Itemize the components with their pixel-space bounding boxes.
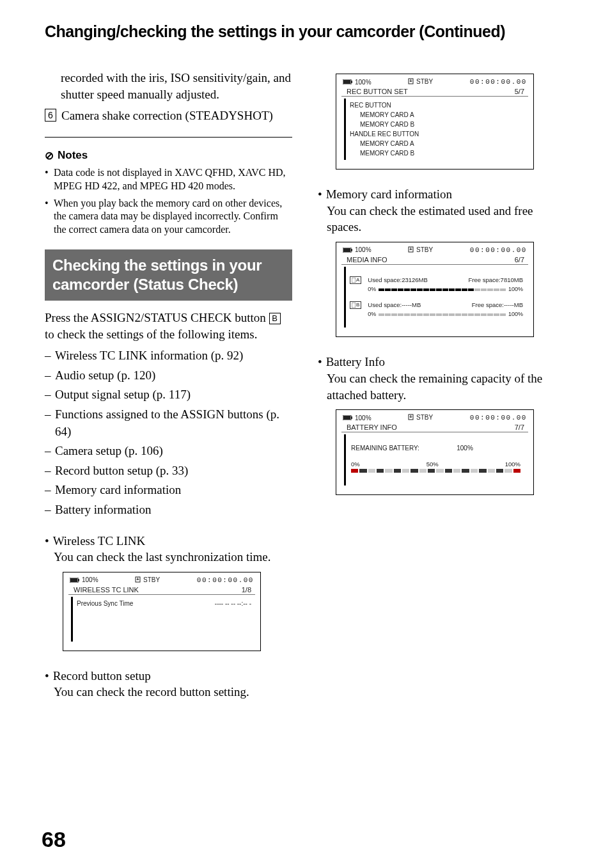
lcd-rec-flag: STBY xyxy=(135,576,160,584)
lcd-battery-status: 100% xyxy=(70,576,98,584)
svg-rect-7 xyxy=(351,81,352,83)
battery-info-title: Battery Info xyxy=(326,354,385,370)
lcd-page-indicator: 6/7 xyxy=(515,256,524,264)
sd-icon xyxy=(352,303,356,308)
card-icon xyxy=(408,414,414,420)
media-slot-a: A Used space:23126MB Free space:7810MB 0… xyxy=(350,276,523,294)
remaining-battery-label: REMAINING BATTERY: xyxy=(351,445,419,452)
memory-card-info-desc: You can check the estimated used and fre… xyxy=(327,203,565,235)
button-b-box: B xyxy=(269,313,281,324)
wireless-tc-link-block: •Wireless TC LINK You can check the last… xyxy=(45,533,292,565)
list-item: Functions assigned to the ASSIGN buttons… xyxy=(45,406,292,440)
bullet: • xyxy=(45,533,49,549)
slot-b-icon: B xyxy=(350,301,361,309)
item-6-text: Camera shake correction (STEADYSHOT) xyxy=(61,107,273,124)
notes-label: Notes xyxy=(58,149,88,162)
lcd-body: Previous Sync Time ---- -- -- --:-- - xyxy=(71,597,254,642)
pct-0: 0% xyxy=(368,285,376,294)
intro-text-b: to check the settings of the following i… xyxy=(45,327,257,341)
usage-bar-a xyxy=(379,288,506,291)
lcd-body: REC BUTTON MEMORY CARD A MEMORY CARD B H… xyxy=(344,99,527,160)
prev-sync-time-label: Previous Sync Time xyxy=(77,599,133,608)
slot-a-used: Used space:23126MB xyxy=(368,276,427,285)
notes-heading: ⊘ Notes xyxy=(45,149,292,162)
list-item: Camera setup (p. 106) xyxy=(45,443,292,460)
battery-icon xyxy=(343,415,353,420)
battery-icon xyxy=(343,248,353,253)
pct-0: 0% xyxy=(368,310,376,319)
memory-card-info-title: Memory card information xyxy=(326,186,452,203)
svg-marker-16 xyxy=(352,303,356,308)
lcd-battery-info: 100% STBY 00:00:00.00 BATTERY INFO 7/7 R… xyxy=(336,409,534,495)
scale-50: 50% xyxy=(426,461,439,468)
battery-info-desc: You can check the remaining capacity of … xyxy=(327,370,565,403)
scale-100: 100% xyxy=(505,461,520,468)
lcd-rec-flag: STBY xyxy=(408,246,433,254)
sd-icon xyxy=(352,278,356,283)
status-check-list: Wireless TC LINK information (p. 92) Aud… xyxy=(45,347,292,518)
battery-icon xyxy=(343,79,353,84)
left-column: recorded with the iris, ISO sensitivity/… xyxy=(45,70,292,700)
right-column: 100% STBY 00:00:00.00 REC BUTTON SET 5/7… xyxy=(318,70,565,700)
lcd-battery-pct: 100% xyxy=(355,414,371,422)
bullet: • xyxy=(318,186,322,203)
svg-rect-6 xyxy=(343,80,350,84)
pct-100: 100% xyxy=(508,285,523,294)
memory-card-a: MEMORY CARD A xyxy=(350,110,524,120)
record-button-setup-desc: You can check the record button setting. xyxy=(54,684,292,700)
svg-rect-18 xyxy=(343,416,350,420)
lcd-timecode: 00:00:00.00 xyxy=(197,576,254,584)
memory-card-a: MEMORY CARD A xyxy=(350,139,524,148)
slot-a-label: A xyxy=(356,277,359,283)
remaining-battery-value: 100% xyxy=(457,445,473,452)
item-6: 6 Camera shake correction (STEADYSHOT) xyxy=(45,107,292,124)
lcd-page-indicator: 7/7 xyxy=(515,423,524,431)
list-item: Record button setup (p. 33) xyxy=(45,462,292,480)
lcd-screen-title: BATTERY INFO xyxy=(347,423,397,431)
scale-0: 0% xyxy=(351,461,360,468)
lcd-media-info: 100% STBY 00:00:00.00 MEDIA INFO 6/7 A xyxy=(336,242,534,338)
svg-rect-2 xyxy=(78,579,79,581)
lcd-rec-flag: STBY xyxy=(408,414,433,422)
lcd-timecode: 00:00:00.00 xyxy=(470,414,527,422)
lcd-stby-label: STBY xyxy=(416,414,433,421)
lcd-screen-title: WIRELESS TC LINK xyxy=(74,586,139,594)
battery-bar xyxy=(351,469,520,473)
slot-b-label: B xyxy=(356,302,359,308)
card-icon xyxy=(135,576,141,583)
list-item: Audio setup (p. 120) xyxy=(45,367,292,384)
notes-list: Data code is not displayed in XAVC QFHD,… xyxy=(45,166,292,237)
lcd-battery-status: 100% xyxy=(343,78,371,86)
bullet: • xyxy=(318,354,322,370)
card-icon xyxy=(408,78,414,84)
lcd-battery-pct: 100% xyxy=(355,79,371,86)
slot-b-free: Free space:-----MB xyxy=(472,301,523,310)
prev-sync-time-value: ---- -- -- --:-- - xyxy=(215,599,251,608)
section-heading-status-check: Checking the settings in your camcorder … xyxy=(45,249,292,301)
battery-info-block: •Battery Info You can check the remainin… xyxy=(318,354,565,403)
page-number: 68 xyxy=(42,827,66,852)
slot-b-used: Used space:-----MB xyxy=(368,301,421,310)
card-icon xyxy=(408,246,414,253)
list-item: Memory card information xyxy=(45,482,292,499)
lcd-battery-pct: 100% xyxy=(355,246,371,253)
intro-text-a: Press the ASSIGN2/STATUS CHECK button xyxy=(45,311,269,324)
wireless-tc-link-desc: You can check the last synchronization t… xyxy=(54,549,292,565)
lcd-body: REMAINING BATTERY: 100% 0% 50% 100% xyxy=(344,434,527,485)
lcd-page-indicator: 5/7 xyxy=(515,88,524,95)
note-item: Data code is not displayed in XAVC QFHD,… xyxy=(45,166,292,193)
lcd-wireless-tc-link: 100% STBY 00:00:00.00 WIRELESS TC LINK 1… xyxy=(63,572,261,651)
lcd-body: A Used space:23126MB Free space:7810MB 0… xyxy=(344,267,527,328)
list-item: Battery information xyxy=(45,501,292,519)
status-check-intro: Press the ASSIGN2/STATUS CHECK button B … xyxy=(45,310,292,342)
svg-rect-19 xyxy=(351,416,352,419)
two-column-layout: recorded with the iris, ISO sensitivity/… xyxy=(45,70,565,700)
memory-card-info-block: •Memory card information You can check t… xyxy=(318,186,565,235)
media-slot-b: B Used space:-----MB Free space:-----MB … xyxy=(350,301,523,319)
lcd-rec-flag: STBY xyxy=(408,78,433,86)
memory-card-b: MEMORY CARD B xyxy=(350,120,524,129)
bullet: • xyxy=(45,668,49,684)
record-button-setup-title: Record button setup xyxy=(53,668,151,684)
handle-rec-button-row: HANDLE REC BUTTON xyxy=(350,129,524,139)
notes-icon: ⊘ xyxy=(45,149,54,162)
